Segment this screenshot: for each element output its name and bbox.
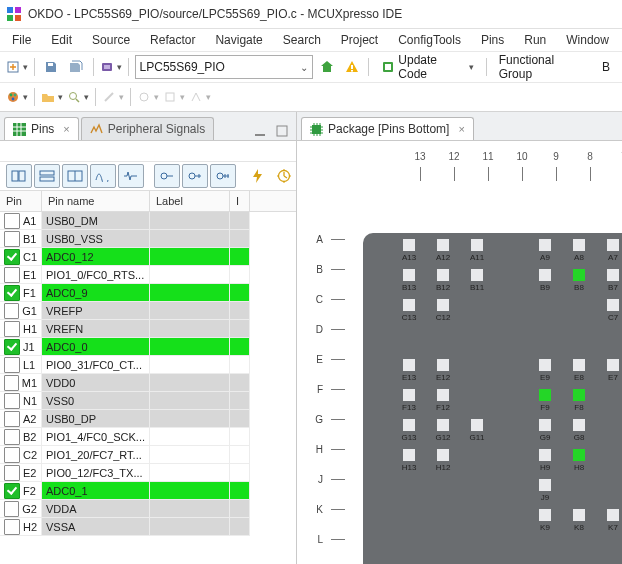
menu-run[interactable]: Run: [516, 31, 554, 49]
functional-group-button[interactable]: Functional Group: [493, 56, 592, 78]
pad-H12[interactable]: H12: [437, 449, 449, 461]
palette-button[interactable]: [6, 86, 28, 108]
menu-edit[interactable]: Edit: [43, 31, 80, 49]
key-a-button[interactable]: [154, 164, 180, 188]
table-row[interactable]: E2PIO0_12/FC3_TX...: [0, 464, 296, 482]
pad-B9[interactable]: B9: [539, 269, 551, 281]
save-button[interactable]: [41, 56, 62, 78]
pin-checkbox[interactable]: [4, 339, 20, 355]
table-row[interactable]: A2USB0_DP: [0, 410, 296, 428]
pad-E12[interactable]: E12: [437, 359, 449, 371]
pad-F9[interactable]: F9: [539, 389, 551, 401]
table-row[interactable]: J1ADC0_0: [0, 338, 296, 356]
header-identifier[interactable]: I: [230, 191, 250, 211]
pin-checkbox[interactable]: [4, 357, 20, 373]
table-row[interactable]: B1USB0_VSS: [0, 230, 296, 248]
header-pin-name[interactable]: Pin name: [42, 191, 150, 211]
table-row[interactable]: C2PIO1_20/FC7_RT...: [0, 446, 296, 464]
pad-E7[interactable]: E7: [607, 359, 619, 371]
wave-b-button[interactable]: [118, 164, 144, 188]
pad-G11[interactable]: G11: [471, 419, 483, 431]
pin-checkbox[interactable]: [4, 429, 20, 445]
menu-source[interactable]: Source: [84, 31, 138, 49]
warning-icon[interactable]: [341, 56, 362, 78]
tab-pins[interactable]: Pins ×: [4, 117, 79, 140]
pin-checkbox[interactable]: [4, 465, 20, 481]
pad-A9[interactable]: A9: [539, 239, 551, 251]
pad-K8[interactable]: K8: [573, 509, 585, 521]
pin-checkbox[interactable]: [4, 303, 19, 319]
pad-F13[interactable]: F13: [403, 389, 415, 401]
pin-search-bar[interactable]: [0, 141, 296, 162]
pin-checkbox[interactable]: [4, 393, 20, 409]
pad-J9[interactable]: J9: [539, 479, 551, 491]
filter-b-button[interactable]: [163, 86, 185, 108]
menu-project[interactable]: Project: [333, 31, 386, 49]
maximize-icon[interactable]: [273, 122, 291, 140]
pad-H9[interactable]: H9: [539, 449, 551, 461]
pin-checkbox[interactable]: [4, 519, 20, 535]
pin-checkbox[interactable]: [4, 447, 20, 463]
pad-A8[interactable]: A8: [573, 239, 585, 251]
project-dropdown[interactable]: LPC55S69_PIO⌄: [135, 55, 313, 79]
table-row[interactable]: M1VDD0: [0, 374, 296, 392]
pin-checkbox[interactable]: [4, 231, 20, 247]
pad-A12[interactable]: A12: [437, 239, 449, 251]
filter-a-button[interactable]: [137, 86, 159, 108]
table-row[interactable]: G1VREFP: [0, 302, 296, 320]
pin-checkbox[interactable]: [4, 321, 20, 337]
menu-refactor[interactable]: Refactor: [142, 31, 203, 49]
pad-B12[interactable]: B12: [437, 269, 449, 281]
table-row[interactable]: C1ADC0_12: [0, 248, 296, 266]
pin-checkbox[interactable]: [4, 213, 20, 229]
layout-c-button[interactable]: [62, 164, 88, 188]
pad-F8[interactable]: F8: [573, 389, 585, 401]
pad-K9[interactable]: K9: [539, 509, 551, 521]
pad-C12[interactable]: C12: [437, 299, 449, 311]
table-row[interactable]: G2VDDA: [0, 500, 296, 518]
menu-window[interactable]: Window: [558, 31, 617, 49]
pad-B7[interactable]: B7: [607, 269, 619, 281]
menu-configtools[interactable]: ConfigTools: [390, 31, 469, 49]
table-row[interactable]: F1ADC0_9: [0, 284, 296, 302]
search-button[interactable]: [67, 86, 89, 108]
minimize-icon[interactable]: [251, 122, 269, 140]
table-row[interactable]: L1PIO0_31/FC0_CT...: [0, 356, 296, 374]
pad-G9[interactable]: G9: [539, 419, 551, 431]
pad-G8[interactable]: G8: [573, 419, 585, 431]
pad-G12[interactable]: G12: [437, 419, 449, 431]
pad-B8[interactable]: B8: [573, 269, 585, 281]
header-pin[interactable]: Pin: [0, 191, 42, 211]
power-icon[interactable]: [246, 165, 270, 187]
menu-pins[interactable]: Pins: [473, 31, 512, 49]
tab-package[interactable]: Package [Pins Bottom] ×: [301, 117, 474, 140]
table-row[interactable]: N1VSS0: [0, 392, 296, 410]
pad-H13[interactable]: H13: [403, 449, 415, 461]
pad-E13[interactable]: E13: [403, 359, 415, 371]
pad-B11[interactable]: B11: [471, 269, 483, 281]
board-config-button[interactable]: [100, 56, 122, 78]
board-button[interactable]: B: [596, 56, 616, 78]
menu-file[interactable]: File: [4, 31, 39, 49]
table-row[interactable]: E1PIO1_0/FC0_RTS...: [0, 266, 296, 284]
pad-A13[interactable]: A13: [403, 239, 415, 251]
filter-c-button[interactable]: [189, 86, 211, 108]
header-label[interactable]: Label: [150, 191, 230, 211]
open-folder-button[interactable]: [41, 86, 63, 108]
tab-peripheral-signals[interactable]: Peripheral Signals: [81, 117, 214, 140]
key-b-button[interactable]: [182, 164, 208, 188]
key-c-button[interactable]: [210, 164, 236, 188]
wand-button[interactable]: [102, 86, 124, 108]
close-icon[interactable]: ×: [458, 123, 464, 135]
pin-checkbox[interactable]: [4, 285, 20, 301]
pad-K7[interactable]: K7: [607, 509, 619, 521]
menu-search[interactable]: Search: [275, 31, 329, 49]
home-button[interactable]: [317, 56, 338, 78]
pad-A7[interactable]: A7: [607, 239, 619, 251]
pad-C7[interactable]: C7: [607, 299, 619, 311]
clock-icon[interactable]: [272, 165, 296, 187]
pad-C13[interactable]: C13: [403, 299, 415, 311]
wave-a-button[interactable]: [90, 164, 116, 188]
close-icon[interactable]: ×: [63, 123, 69, 135]
pin-checkbox[interactable]: [4, 267, 20, 283]
